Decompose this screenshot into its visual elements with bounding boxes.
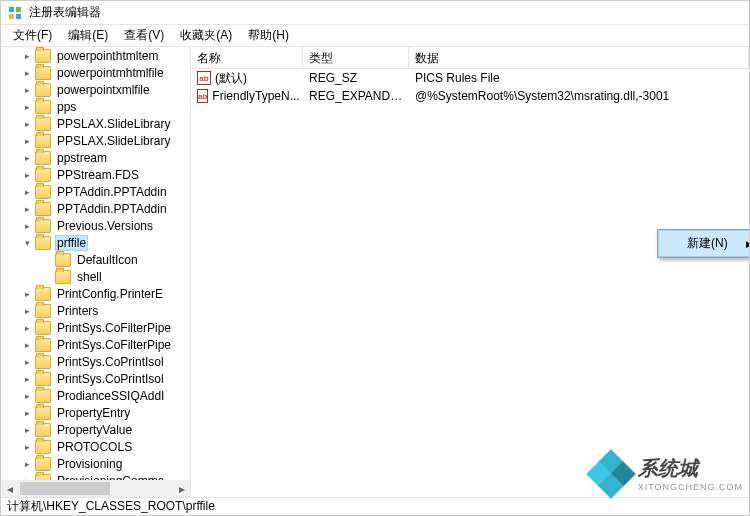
context-item-new[interactable]: 新建(N) ▶ <box>658 230 750 257</box>
expand-icon[interactable]: ▸ <box>21 50 33 62</box>
tree-node[interactable]: ▸Provisioning <box>1 455 190 472</box>
expand-icon[interactable]: ▸ <box>21 135 33 147</box>
tree-node-label: PropertyValue <box>55 423 134 437</box>
watermark-logo-icon <box>590 453 634 493</box>
regedit-icon <box>7 5 23 21</box>
menu-favorites[interactable]: 收藏夹(A) <box>172 25 240 46</box>
folder-icon <box>35 49 51 63</box>
row-name: (默认) <box>215 70 247 87</box>
tree-node[interactable]: ▸Printers <box>1 302 190 319</box>
folder-icon <box>55 253 71 267</box>
tree-node[interactable]: ▸PPStream.FDS <box>1 166 190 183</box>
tree-node[interactable]: ▸pps <box>1 98 190 115</box>
tree-node[interactable]: DefaultIcon <box>1 251 190 268</box>
expand-icon[interactable]: ▸ <box>21 373 33 385</box>
tree-node-label: shell <box>75 270 104 284</box>
statusbar-path: 计算机\HKEY_CLASSES_ROOT\prffile <box>7 498 215 515</box>
tree-node[interactable]: shell <box>1 268 190 285</box>
tree-node[interactable]: ▸PPSLAX.SlideLibrary <box>1 115 190 132</box>
tree-node-label: Printers <box>55 304 100 318</box>
collapse-icon[interactable]: ▾ <box>21 237 33 249</box>
expand-icon[interactable]: ▸ <box>21 169 33 181</box>
folder-icon <box>35 185 51 199</box>
tree-node[interactable]: ▸powerpointmhtmlfile <box>1 64 190 81</box>
tree-node[interactable]: ▸PPTAddin.PPTAddin <box>1 200 190 217</box>
tree-hscrollbar[interactable]: ◂ ▸ <box>1 480 190 497</box>
tree-node-label: pps <box>55 100 78 114</box>
expand-icon[interactable]: ▸ <box>21 152 33 164</box>
menu-edit[interactable]: 编辑(E) <box>60 25 116 46</box>
statusbar: 计算机\HKEY_CLASSES_ROOT\prffile <box>1 497 749 515</box>
expand-icon[interactable]: ▸ <box>21 424 33 436</box>
expand-icon[interactable]: ▸ <box>21 288 33 300</box>
col-header-name[interactable]: 名称 <box>191 47 303 68</box>
expand-icon[interactable]: ▸ <box>21 118 33 130</box>
tree-node[interactable]: ▸PrintSys.CoFilterPipe <box>1 336 190 353</box>
expand-icon[interactable]: ▸ <box>21 67 33 79</box>
folder-icon <box>35 219 51 233</box>
expand-icon[interactable]: ▸ <box>21 390 33 402</box>
tree-node[interactable]: ▸PropertyEntry <box>1 404 190 421</box>
tree-node[interactable]: ▸PPSLAX.SlideLibrary <box>1 132 190 149</box>
tree-node[interactable]: ▸PrintSys.CoPrintIsol <box>1 353 190 370</box>
tree-node[interactable]: ▾prffile <box>1 234 190 251</box>
folder-icon <box>35 389 51 403</box>
expand-icon[interactable]: ▸ <box>21 441 33 453</box>
folder-icon <box>35 236 51 250</box>
tree-node[interactable]: ▸PrintSys.CoFilterPipe <box>1 319 190 336</box>
list-panel: 名称 类型 数据 ab(默认)REG_SZPICS Rules FileabFr… <box>191 47 749 497</box>
menu-file[interactable]: 文件(F) <box>5 25 60 46</box>
tree-node-label: powerpointmhtmlfile <box>55 66 166 80</box>
tree-inner[interactable]: ▸powerpointhtmltem▸powerpointmhtmlfile▸p… <box>1 47 190 480</box>
expand-icon[interactable]: ▸ <box>21 305 33 317</box>
expand-icon[interactable]: ▸ <box>21 203 33 215</box>
watermark-text: 系统城 <box>638 455 743 482</box>
folder-icon <box>35 151 51 165</box>
tree-node[interactable]: ▸ProvisioningComma <box>1 472 190 480</box>
folder-icon <box>35 440 51 454</box>
expand-icon[interactable]: ▸ <box>21 101 33 113</box>
folder-icon <box>35 406 51 420</box>
tree-node[interactable]: ▸PPTAddin.PPTAddin <box>1 183 190 200</box>
tree-node[interactable]: ▸PrintSys.CoPrintIsol <box>1 370 190 387</box>
expand-icon[interactable]: ▸ <box>21 339 33 351</box>
tree-node[interactable]: ▸ProdianceSSIQAddI <box>1 387 190 404</box>
col-header-type[interactable]: 类型 <box>303 47 409 68</box>
tree-node[interactable]: ▸PropertyValue <box>1 421 190 438</box>
tree-node-label: PPTAddin.PPTAddin <box>55 202 169 216</box>
scroll-thumb[interactable] <box>20 482 110 495</box>
menu-help[interactable]: 帮助(H) <box>240 25 297 46</box>
col-header-data[interactable]: 数据 <box>409 47 749 68</box>
expand-icon[interactable]: ▸ <box>21 84 33 96</box>
expand-icon[interactable]: ▸ <box>21 458 33 470</box>
folder-icon <box>35 321 51 335</box>
tree-node[interactable]: ▸ppstream <box>1 149 190 166</box>
expand-icon[interactable]: ▸ <box>21 356 33 368</box>
scroll-left-icon[interactable]: ◂ <box>1 480 18 497</box>
expand-icon[interactable]: ▸ <box>21 407 33 419</box>
list-row[interactable]: ab(默认)REG_SZPICS Rules File <box>191 69 749 87</box>
menu-view[interactable]: 查看(V) <box>116 25 172 46</box>
scroll-right-icon[interactable]: ▸ <box>173 480 190 497</box>
expand-icon[interactable]: ▸ <box>21 322 33 334</box>
tree-node[interactable]: ▸Previous.Versions <box>1 217 190 234</box>
folder-icon <box>35 338 51 352</box>
tree-node-label: PrintSys.CoPrintIsol <box>55 355 166 369</box>
tree-node[interactable]: ▸PrintConfig.PrinterE <box>1 285 190 302</box>
tree-node[interactable]: ▸powerpointhtmltem <box>1 47 190 64</box>
row-type: REG_EXPAND_SZ <box>303 89 409 103</box>
tree-node[interactable]: ▸powerpointxmlfile <box>1 81 190 98</box>
list-body[interactable]: ab(默认)REG_SZPICS Rules FileabFriendlyTyp… <box>191 69 749 497</box>
folder-icon <box>35 168 51 182</box>
expand-icon[interactable]: ▸ <box>21 220 33 232</box>
list-row[interactable]: abFriendlyTypeN...REG_EXPAND_SZ@%SystemR… <box>191 87 749 105</box>
tree-node-label: PROTOCOLS <box>55 440 134 454</box>
tree-node-label: Previous.Versions <box>55 219 155 233</box>
tree-node-label: PrintSys.CoFilterPipe <box>55 321 173 335</box>
tree-node[interactable]: ▸PROTOCOLS <box>1 438 190 455</box>
folder-icon <box>35 66 51 80</box>
expand-icon[interactable]: ▸ <box>21 186 33 198</box>
tree-node-label: DefaultIcon <box>75 253 140 267</box>
folder-icon <box>35 457 51 471</box>
folder-icon <box>55 270 71 284</box>
